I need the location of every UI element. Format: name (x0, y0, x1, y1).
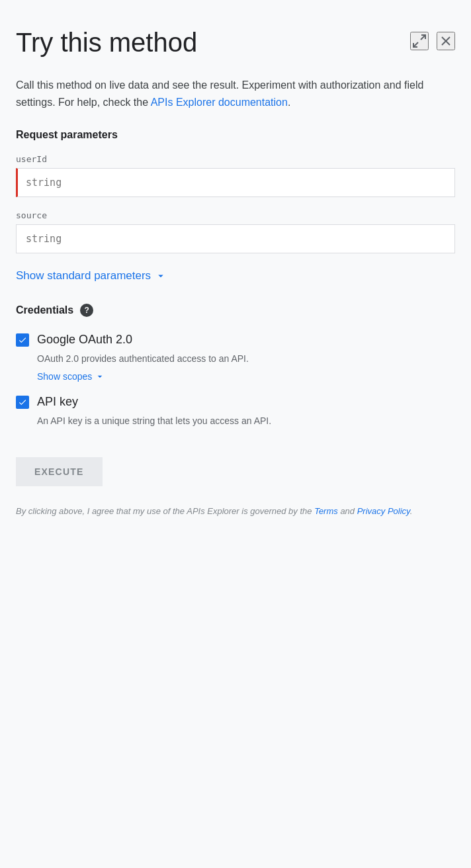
credentials-help-icon[interactable]: ? (80, 304, 93, 317)
apikey-credential-row: API key (16, 395, 455, 409)
oauth-checkbox[interactable] (16, 333, 29, 347)
panel-description: Call this method on live data and see th… (16, 77, 455, 110)
oauth-credential-item: Google OAuth 2.0 OAuth 2.0 provides auth… (16, 333, 455, 382)
svg-line-1 (413, 42, 418, 47)
apikey-checkbox[interactable] (16, 396, 29, 409)
svg-line-0 (421, 35, 425, 40)
oauth-credential-row: Google OAuth 2.0 (16, 333, 455, 347)
userid-label: userId (16, 154, 455, 164)
source-field-group: source (16, 210, 455, 267)
userid-input[interactable] (16, 168, 455, 197)
terms-link[interactable]: Terms (314, 506, 338, 516)
request-parameters-section: Request parameters userId source Show st… (16, 129, 455, 282)
privacy-policy-link[interactable]: Privacy Policy (357, 506, 410, 516)
panel-header: Try this method (16, 26, 455, 58)
oauth-name: Google OAuth 2.0 (37, 333, 132, 347)
apikey-description: An API key is a unique string that lets … (37, 414, 455, 428)
apikey-name: API key (37, 395, 78, 409)
apikey-checkmark-icon (18, 398, 27, 407)
close-icon (438, 33, 454, 49)
expand-icon (411, 33, 427, 49)
show-scopes-button[interactable]: Show scopes (37, 371, 105, 382)
terms-text: By clicking above, I agree that my use o… (16, 505, 455, 519)
api-explorer-link[interactable]: APIs Explorer documentation (151, 97, 288, 108)
page-title: Try this method (16, 26, 197, 58)
execute-button[interactable]: EXECUTE (16, 457, 103, 486)
credentials-header: Credentials ? (16, 304, 455, 317)
expand-button[interactable] (410, 32, 429, 50)
chevron-down-icon (155, 270, 167, 282)
source-input[interactable] (16, 224, 455, 253)
show-standard-params-button[interactable]: Show standard parameters (16, 269, 167, 282)
source-label: source (16, 210, 455, 220)
apikey-credential-item: API key An API key is a unique string th… (16, 395, 455, 428)
scopes-chevron-down-icon (95, 371, 105, 382)
try-method-panel: Try this method Call this method on live… (0, 0, 471, 868)
credentials-section: Credentials ? Google OAuth 2.0 OAuth 2.0… (16, 304, 455, 428)
userid-field-group: userId (16, 154, 455, 210)
header-icons (410, 32, 455, 50)
checkmark-icon (18, 335, 27, 345)
request-params-title: Request parameters (16, 129, 455, 141)
oauth-description: OAuth 2.0 provides authenticated access … (37, 352, 455, 366)
close-button[interactable] (437, 32, 455, 50)
credentials-title: Credentials (16, 304, 73, 316)
